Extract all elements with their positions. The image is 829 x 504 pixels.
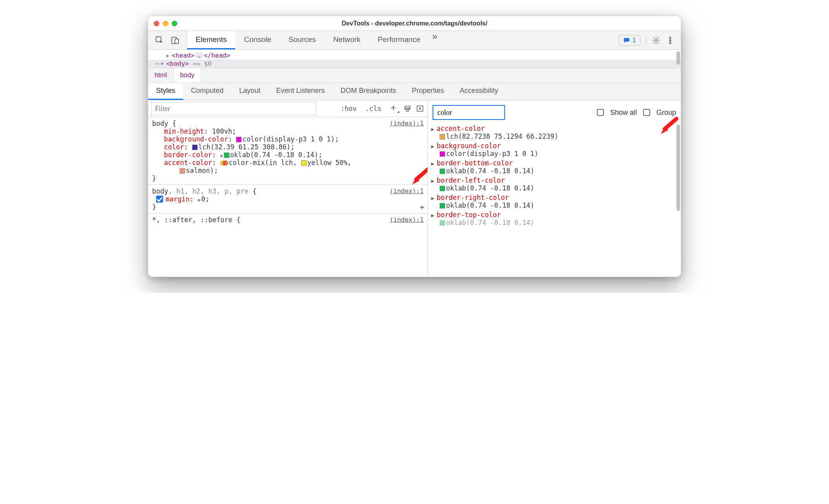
css-rule[interactable]: (index):1 body, h1, h2, h3, p, pre { mar… [148,185,427,214]
tab-network[interactable]: Network [325,31,369,49]
css-rule[interactable]: (index):1 *, ::after, ::before { [148,214,427,226]
color-mix-swatch-icon[interactable] [220,160,228,166]
computed-scrollbar[interactable] [676,125,680,274]
devtools-window: DevTools - developer.chrome.com/tags/dev… [148,16,681,277]
group-label: Group [656,109,676,117]
subtab-styles[interactable]: Styles [148,83,183,100]
color-swatch-icon[interactable] [301,160,307,166]
computed-row[interactable]: ▶border-right-color oklab(0.74 -0.18 0.1… [429,193,678,210]
computed-styles-toggle-icon[interactable] [416,104,424,113]
hov-toggle[interactable]: :hov [338,105,359,112]
color-swatch-icon[interactable] [440,220,445,226]
color-swatch-icon[interactable] [440,134,445,140]
show-all-checkbox[interactable] [597,109,604,116]
scrollbar-thumb[interactable] [676,125,680,211]
color-swatch-icon[interactable] [440,151,445,157]
svg-rect-2 [175,39,178,44]
css-rule[interactable]: (index):1 body { min-height: 100vh; back… [148,117,427,185]
show-all-label: Show all [610,109,637,117]
tabs-overflow-icon[interactable]: » [429,31,440,49]
main-toolbar: Elements Console Sources Network Perform… [148,31,681,50]
window-title: DevTools - developer.chrome.com/tags/dev… [148,20,681,27]
breadcrumbs: html body [148,68,681,83]
tab-elements[interactable]: Elements [187,31,235,49]
expand-shorthand-icon[interactable]: ▶ [220,153,224,158]
paint-brush-icon[interactable] [403,104,412,113]
styles-filter-input[interactable] [151,102,316,115]
rule-origin-link[interactable]: (index):1 [390,216,424,223]
dom-node-body[interactable]: ▼ <body> == $0 [148,60,681,68]
computed-row[interactable]: ▶accent-color lch(82.7238 75.1294 66.223… [429,124,678,141]
tab-sources[interactable]: Sources [280,31,325,49]
expand-trace-icon[interactable]: ▶ [431,195,436,201]
collapsed-ellipsis-icon[interactable]: … [195,53,203,58]
styles-rules-list: (index):1 body { min-height: 100vh; back… [148,117,427,277]
crumb-html[interactable]: html [148,68,174,82]
expand-shorthand-icon[interactable]: ▶ [198,197,201,203]
scrollbar-thumb[interactable] [676,51,680,65]
main-panes: :hov .cls (index):1 body { min-height: 1… [148,100,681,277]
rule-origin-link[interactable]: (index):1 [390,120,424,127]
color-swatch-icon[interactable] [440,203,445,208]
inspect-element-icon[interactable] [155,36,164,45]
subtab-dom-breakpoints[interactable]: DOM Breakpoints [333,83,404,100]
subtab-accessibility[interactable]: Accessibility [452,83,506,100]
issues-badge[interactable]: 1 [619,35,640,46]
subtab-event-listeners[interactable]: Event Listeners [268,83,333,100]
crumb-body[interactable]: body [174,68,201,82]
more-menu-icon[interactable] [666,36,674,45]
svg-rect-7 [405,106,410,108]
expand-trace-icon[interactable]: ▶ [431,126,436,132]
color-swatch-icon[interactable] [236,137,242,142]
subtab-layout[interactable]: Layout [231,83,268,100]
dom-tree[interactable]: ▶ <head> … </head> ▼ <body> == $0 [148,50,681,68]
computed-filter-input[interactable] [433,105,505,120]
rule-origin-link[interactable]: (index):1 [390,187,424,195]
dom-node-head[interactable]: ▶ <head> … </head> [152,51,677,60]
color-swatch-icon[interactable] [440,169,445,174]
svg-point-3 [655,39,657,42]
subtab-computed[interactable]: Computed [183,83,231,100]
computed-row[interactable]: ▶border-top-color oklab(0.74 -0.18 0.14) [429,210,678,227]
enabled-checkbox[interactable] [156,196,163,203]
group-checkbox[interactable] [643,109,650,116]
svg-point-6 [669,42,671,44]
settings-gear-icon[interactable] [652,36,660,45]
computed-row[interactable]: ▶border-left-color oklab(0.74 -0.18 0.14… [429,176,678,193]
tab-console[interactable]: Console [235,31,280,49]
computed-row[interactable]: ▶background-color color(display-p3 1 0 1… [429,141,678,158]
new-style-rule-button[interactable] [387,104,399,113]
annotation-arrow-icon [659,117,678,138]
minimize-window-button[interactable] [163,21,168,26]
styles-pane: :hov .cls (index):1 body { min-height: 1… [148,100,428,277]
color-swatch-icon[interactable] [192,145,198,150]
dom-scrollbar[interactable] [676,51,680,68]
color-swatch-icon[interactable] [440,186,445,191]
styles-filter-bar: :hov .cls [148,100,427,117]
divider [646,35,646,45]
expand-trace-icon[interactable]: ▶ [431,178,436,184]
expand-trace-icon[interactable]: ▶ [431,143,436,149]
window-controls [154,21,177,26]
computed-row[interactable]: ▶border-bottom-color oklab(0.74 -0.18 0.… [429,158,678,176]
subtab-properties[interactable]: Properties [404,83,452,100]
tab-performance[interactable]: Performance [369,31,429,49]
color-swatch-icon[interactable] [224,152,229,158]
titlebar: DevTools - developer.chrome.com/tags/dev… [148,16,681,31]
issues-count: 1 [633,36,636,44]
svg-point-5 [669,40,671,41]
computed-pane: Show all Group ▶accent-color lch(82.7238… [428,100,681,277]
close-window-button[interactable] [154,21,159,26]
panel-tabs: Elements Console Sources Network Perform… [187,31,613,49]
computed-toolbar: Show all Group [428,100,681,124]
svg-point-4 [669,37,671,38]
expand-trace-icon[interactable]: ▶ [431,212,436,218]
expand-trace-icon[interactable]: ▶ [431,161,436,167]
color-swatch-icon[interactable] [180,168,185,174]
add-declaration-button[interactable]: + [420,202,424,212]
device-toolbar-icon[interactable] [171,36,180,45]
sidebar-tabs: Styles Computed Layout Event Listeners D… [148,83,681,100]
cls-toggle[interactable]: .cls [363,105,384,112]
computed-properties-list: ▶accent-color lch(82.7238 75.1294 66.223… [428,124,681,227]
maximize-window-button[interactable] [172,21,177,26]
